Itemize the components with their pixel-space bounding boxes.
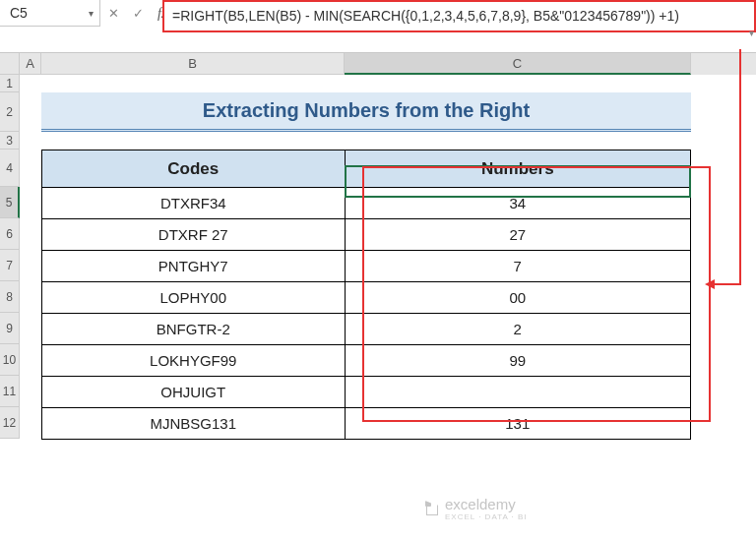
- col-header-C[interactable]: C: [345, 53, 691, 75]
- col-header-B[interactable]: B: [41, 53, 345, 75]
- table-row: MJNBSG131131: [42, 408, 691, 440]
- cell-code[interactable]: MJNBSG131: [42, 408, 346, 440]
- cell-code[interactable]: OHJUIGT: [42, 377, 346, 408]
- table-row: DTXRF 2727: [42, 219, 691, 251]
- cell-num[interactable]: 34: [345, 188, 690, 219]
- cell-num[interactable]: 2: [345, 314, 690, 345]
- row-header[interactable]: 10: [0, 344, 20, 376]
- cell-num[interactable]: 131: [345, 408, 690, 440]
- confirm-icon[interactable]: ✓: [133, 6, 144, 21]
- expand-formula-icon[interactable]: ▾: [749, 28, 754, 38]
- row-header[interactable]: 6: [0, 218, 20, 250]
- row-header[interactable]: 9: [0, 313, 20, 344]
- cell-code[interactable]: DTXRF 27: [42, 219, 346, 251]
- cell-code[interactable]: LOKHYGF99: [42, 345, 346, 377]
- formula-input[interactable]: =RIGHT(B5,LEN(B5) - MIN(SEARCH({0,1,2,3,…: [162, 0, 756, 32]
- data-table: Codes Numbers DTXRF3434 DTXRF 2727 PNTGH…: [41, 150, 691, 440]
- watermark-brand: exceldemy: [445, 496, 516, 512]
- row-header[interactable]: 8: [0, 281, 20, 313]
- cell-code[interactable]: LOPHY00: [42, 282, 346, 314]
- cell-code[interactable]: DTXRF34: [42, 188, 346, 219]
- row-header[interactable]: 2: [0, 92, 20, 132]
- header-codes[interactable]: Codes: [42, 150, 346, 188]
- table-row: OHJUIGT: [42, 377, 691, 408]
- row-header[interactable]: 4: [0, 150, 20, 187]
- row-header[interactable]: 1: [0, 75, 20, 92]
- cell-num[interactable]: [345, 377, 690, 408]
- page-title: Extracting Numbers from the Right: [41, 92, 691, 132]
- watermark-logo-icon: [423, 500, 441, 517]
- row-headers: 1 2 3 4 5 6 7 8 9 10 11 12: [0, 75, 20, 439]
- column-headers: A B C: [20, 53, 756, 75]
- chevron-down-icon[interactable]: ▾: [89, 8, 94, 19]
- cell-code[interactable]: BNFGTR-2: [42, 314, 346, 345]
- table-row: PNTGHY77: [42, 251, 691, 282]
- cell-num[interactable]: 99: [345, 345, 690, 377]
- cancel-icon[interactable]: ✕: [108, 6, 119, 21]
- table-row: BNFGTR-22: [42, 314, 691, 345]
- table-row: LOKHYGF9999: [42, 345, 691, 377]
- cell-code[interactable]: PNTGHY7: [42, 251, 346, 282]
- row-header[interactable]: 3: [0, 132, 20, 150]
- cell-num[interactable]: 7: [345, 251, 690, 282]
- cell-num[interactable]: 27: [345, 219, 690, 251]
- table-row: LOPHY0000: [42, 282, 691, 314]
- header-numbers[interactable]: Numbers: [345, 150, 690, 188]
- row-header[interactable]: 7: [0, 250, 20, 281]
- col-header-A[interactable]: A: [20, 53, 41, 75]
- row-header[interactable]: 12: [0, 407, 20, 439]
- select-all-corner[interactable]: [0, 53, 20, 75]
- watermark-tag: EXCEL · DATA · BI: [445, 512, 528, 521]
- cell-num[interactable]: 00: [345, 282, 690, 314]
- name-box[interactable]: C5 ▾: [0, 0, 100, 27]
- formula-bar: C5 ▾ ✕ ✓ fx =RIGHT(B5,LEN(B5) - MIN(SEAR…: [0, 0, 756, 53]
- row-header[interactable]: 5: [0, 187, 20, 218]
- watermark: exceldemy EXCEL · DATA · BI: [423, 496, 528, 521]
- row-header[interactable]: 11: [0, 376, 20, 407]
- name-box-value: C5: [10, 5, 28, 21]
- table-row: DTXRF3434: [42, 188, 691, 219]
